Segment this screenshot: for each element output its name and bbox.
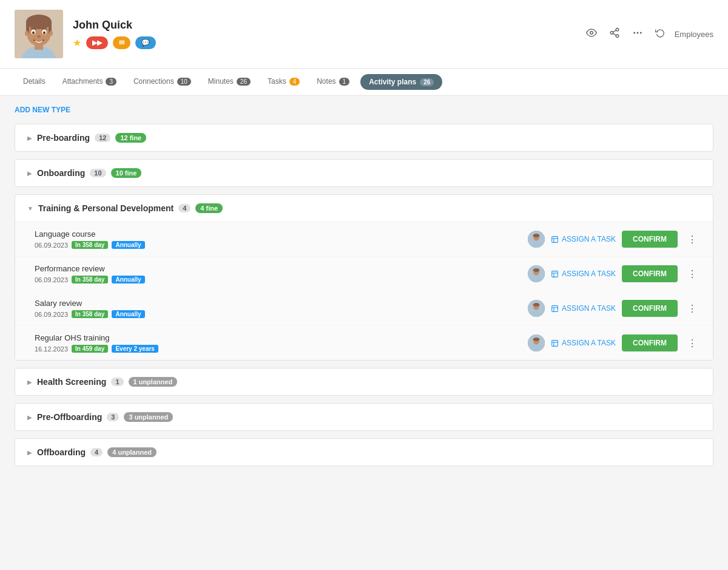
svg-point-10 xyxy=(32,32,35,35)
profile-section: John Quick ★ ▶▶ ✉ 💬 xyxy=(15,10,156,58)
activity-meta-salary-review: 06.09.2023 In 358 day Annually xyxy=(35,310,145,318)
section-onboarding: ▶ Onboarding 10 10 fine xyxy=(15,159,713,187)
section-header-onboarding[interactable]: ▶ Onboarding 10 10 fine xyxy=(15,160,713,186)
activity-meta-language-course: 06.09.2023 In 358 day Annually xyxy=(35,241,145,249)
svg-point-21 xyxy=(633,32,635,34)
activity-left-salary-review: Salary review 06.09.2023 In 358 day Annu… xyxy=(35,299,145,318)
section-header-training[interactable]: ▼ Training & Personal Development 4 4 fi… xyxy=(15,195,713,222)
connections-badge: 10 xyxy=(177,78,191,86)
star-icon[interactable]: ★ xyxy=(73,37,81,49)
svg-point-22 xyxy=(636,32,638,34)
assign-task-btn-performance-review[interactable]: ASSIGN A TASK xyxy=(551,270,616,278)
confirm-btn-performance-review[interactable]: CONFIRM xyxy=(622,265,678,282)
chat-badge[interactable]: 💬 xyxy=(135,36,156,49)
assignee-avatar-salary-review xyxy=(528,300,545,317)
svg-point-41 xyxy=(533,303,540,307)
top-right: Employees xyxy=(584,25,713,43)
section-header-pre-boarding[interactable]: ▶ Pre-boarding 12 12 fine xyxy=(15,124,713,151)
message-badge[interactable]: ✉ xyxy=(113,36,130,49)
confirm-btn-salary-review[interactable]: CONFIRM xyxy=(622,300,678,317)
tag1-performance-review: In 358 day xyxy=(72,276,108,283)
tag1-ohs-training: In 459 day xyxy=(72,345,108,353)
assignee-avatar-language-course xyxy=(528,231,545,248)
assign-task-btn-language-course[interactable]: ASSIGN A TASK xyxy=(551,235,616,243)
more-btn-performance-review[interactable]: ⋮ xyxy=(684,267,701,281)
svg-line-19 xyxy=(613,33,616,35)
chevron-right-icon: ▶ xyxy=(27,379,32,385)
section-title-training: Training & Personal Development xyxy=(38,203,174,213)
svg-point-14 xyxy=(49,31,53,36)
section-header-pre-offboarding[interactable]: ▶ Pre-Offboarding 3 3 unplanned xyxy=(15,404,713,430)
chevron-right-icon: ▶ xyxy=(27,449,32,456)
employees-link[interactable]: Employees xyxy=(675,30,713,39)
confirm-btn-ohs-training[interactable]: CONFIRM xyxy=(622,334,678,351)
section-header-offboarding[interactable]: ▶ Offboarding 4 4 unplanned xyxy=(15,439,713,466)
activity-row-language-course: Language course 06.09.2023 In 358 day An… xyxy=(15,222,713,257)
tab-activity-plans[interactable]: Activity plans 26 xyxy=(360,74,442,90)
section-count-onboarding: 10 xyxy=(90,169,106,177)
svg-point-27 xyxy=(533,234,540,237)
confirm-btn-language-course[interactable]: CONFIRM xyxy=(622,231,678,248)
history-icon-button[interactable] xyxy=(653,25,667,42)
assign-task-btn-salary-review[interactable]: ASSIGN A TASK xyxy=(551,304,616,313)
tag2-ohs-training: Every 2 years xyxy=(112,345,158,353)
status-badge-onboarding: 10 fine xyxy=(111,168,142,178)
activity-name-language-course: Language course xyxy=(35,229,145,239)
section-pre-boarding: ▶ Pre-boarding 12 12 fine xyxy=(15,124,713,152)
avatar xyxy=(15,10,63,58)
tag1-language-course: In 358 day xyxy=(72,241,108,249)
more-btn-salary-review[interactable]: ⋮ xyxy=(684,302,701,316)
svg-rect-35 xyxy=(552,271,558,277)
activity-date-ohs-training: 16.12.2023 xyxy=(35,345,68,353)
chevron-right-icon: ▶ xyxy=(27,135,32,141)
activity-right-language-course: ASSIGN A TASK CONFIRM ⋮ xyxy=(528,231,701,248)
share-icon-button[interactable] xyxy=(607,25,622,43)
section-count-pre-offboarding: 3 xyxy=(107,413,119,421)
tasks-badge: 4 xyxy=(289,78,300,86)
more-btn-ohs-training[interactable]: ⋮ xyxy=(684,336,701,350)
assign-task-btn-ohs-training[interactable]: ASSIGN A TASK xyxy=(551,339,616,347)
section-title-health-screening: Health Screening xyxy=(37,377,106,387)
main-content: ADD NEW TYPE ▶ Pre-boarding 12 12 fine ▶… xyxy=(0,96,728,483)
section-items-training: Language course 06.09.2023 In 358 day An… xyxy=(15,222,713,360)
section-title-offboarding: Offboarding xyxy=(37,447,86,457)
svg-point-34 xyxy=(533,268,540,272)
add-new-type-button[interactable]: ADD NEW TYPE xyxy=(15,106,713,114)
section-count-pre-boarding: 12 xyxy=(95,134,110,142)
svg-point-12 xyxy=(37,35,41,38)
activity-plans-badge: 26 xyxy=(420,78,434,86)
svg-line-20 xyxy=(613,30,616,32)
view-icon-button[interactable] xyxy=(584,25,599,43)
status-badge-health-screening: 1 unplanned xyxy=(129,377,178,387)
tab-attachments[interactable]: Attachments 3 xyxy=(54,69,125,95)
forward-badge[interactable]: ▶▶ xyxy=(86,36,108,49)
activity-meta-performance-review: 06.09.2023 In 358 day Annually xyxy=(35,276,145,283)
tab-details[interactable]: Details xyxy=(15,69,54,95)
status-badge-pre-boarding: 12 fine xyxy=(115,133,146,143)
tab-connections[interactable]: Connections 10 xyxy=(125,69,200,95)
svg-point-18 xyxy=(616,35,619,38)
tab-minutes[interactable]: Minutes 26 xyxy=(200,69,259,95)
tabs-bar: Details Attachments 3 Connections 10 Min… xyxy=(0,69,728,96)
more-btn-language-course[interactable]: ⋮ xyxy=(684,232,701,246)
tab-notes[interactable]: Notes 1 xyxy=(308,69,358,95)
activity-left-ohs-training: Regular OHS training 16.12.2023 In 459 d… xyxy=(35,333,158,353)
svg-point-17 xyxy=(610,32,613,35)
activity-meta-ohs-training: 16.12.2023 In 459 day Every 2 years xyxy=(35,345,158,353)
activity-right-salary-review: ASSIGN A TASK CONFIRM ⋮ xyxy=(528,300,701,317)
activity-row-performance-review: Performance review 06.09.2023 In 358 day… xyxy=(15,257,713,291)
activity-row-ohs-training: Regular OHS training 16.12.2023 In 459 d… xyxy=(15,326,713,360)
section-count-training: 4 xyxy=(178,204,190,212)
more-options-button[interactable] xyxy=(630,25,645,43)
svg-rect-42 xyxy=(552,305,558,311)
tab-tasks[interactable]: Tasks 4 xyxy=(259,69,308,95)
activity-left-language-course: Language course 06.09.2023 In 358 day An… xyxy=(35,229,145,249)
section-title-onboarding: Onboarding xyxy=(37,168,85,178)
activity-date-language-course: 06.09.2023 xyxy=(35,242,68,249)
activity-row-salary-review: Salary review 06.09.2023 In 358 day Annu… xyxy=(15,291,713,326)
activity-date-salary-review: 06.09.2023 xyxy=(35,311,68,318)
section-header-health-screening[interactable]: ▶ Health Screening 1 1 unplanned xyxy=(15,368,713,395)
profile-info: John Quick ★ ▶▶ ✉ 💬 xyxy=(73,19,156,49)
section-count-health-screening: 1 xyxy=(111,378,123,386)
top-bar: John Quick ★ ▶▶ ✉ 💬 xyxy=(0,0,728,69)
